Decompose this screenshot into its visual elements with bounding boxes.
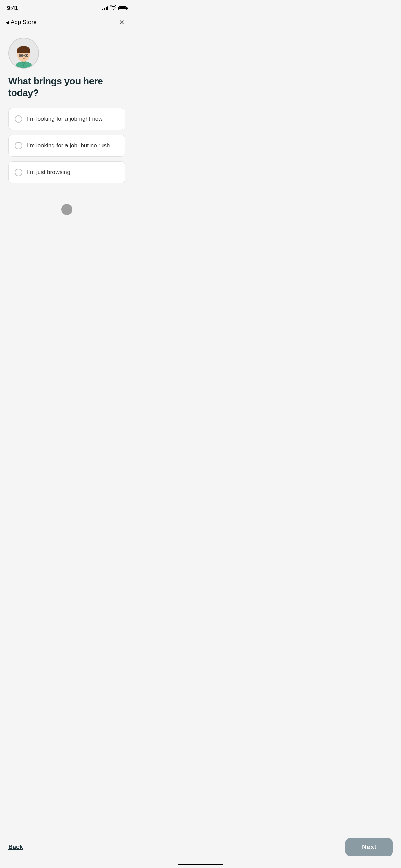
avatar: [8, 38, 39, 69]
radio-button-1[interactable]: [15, 115, 22, 123]
svg-rect-5: [17, 49, 30, 53]
nav-bar: ◀ App Store ✕: [0, 14, 134, 31]
svg-point-12: [23, 65, 24, 67]
pagination-dot: [61, 204, 72, 215]
option-item-1[interactable]: I'm looking for a job right now: [8, 108, 125, 130]
status-time: 9:41: [7, 5, 18, 12]
app-store-label: App Store: [11, 19, 37, 26]
options-list: I'm looking for a job right now I'm look…: [8, 108, 125, 183]
radio-button-2[interactable]: [15, 142, 22, 149]
signal-icon: [102, 6, 108, 10]
close-icon: ✕: [119, 18, 125, 26]
pagination: [8, 183, 125, 225]
svg-point-9: [20, 55, 22, 56]
main-content: What brings you here today? I'm looking …: [0, 31, 134, 225]
wifi-icon: [110, 5, 116, 11]
svg-point-11: [23, 64, 24, 65]
question-title: What brings you here today?: [8, 75, 125, 98]
status-icons: [102, 5, 127, 11]
radio-button-3[interactable]: [15, 169, 22, 176]
option-label-2: I'm looking for a job, but no rush: [27, 142, 110, 149]
app-store-back-button[interactable]: ◀ App Store: [5, 19, 37, 26]
avatar-illustration: [10, 40, 37, 68]
svg-point-10: [26, 55, 27, 56]
option-item-3[interactable]: I'm just browsing: [8, 161, 125, 183]
option-item-2[interactable]: I'm looking for a job, but no rush: [8, 135, 125, 157]
avatar-container: [8, 38, 125, 69]
option-label-3: I'm just browsing: [27, 169, 70, 176]
status-bar: 9:41: [0, 0, 134, 14]
close-button[interactable]: ✕: [117, 17, 127, 27]
battery-icon: [118, 6, 127, 10]
option-label-1: I'm looking for a job right now: [27, 115, 103, 123]
chevron-left-icon: ◀: [5, 20, 9, 25]
